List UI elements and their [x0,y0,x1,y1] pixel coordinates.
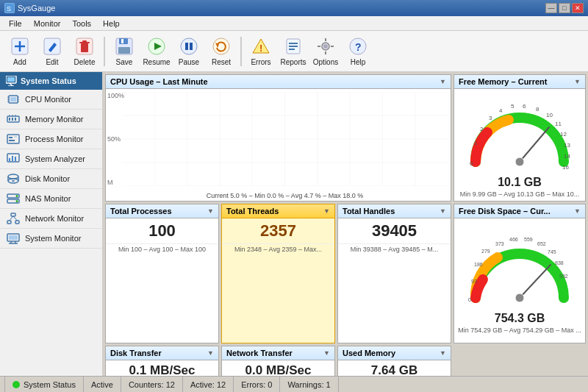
sidebar-item-disk[interactable]: Disk Monitor [0,169,102,189]
free-disk-panel: Free Disk Space – Cur... ▼ [453,204,586,343]
total-threads-arrow[interactable]: ▼ [323,207,330,215]
sidebar-item-process[interactable]: Process Monitor [0,129,102,149]
errors-button[interactable]: ! Errors [245,34,276,68]
status-system-status: System Status [4,377,84,392]
svg-text:14: 14 [564,153,570,160]
svg-rect-62 [15,157,16,161]
svg-point-17 [181,38,197,54]
free-memory-gauge-svg: 0 1 2 3 4 5 6 8 10 11 12 13 14 16 [461,92,578,173]
svg-rect-60 [9,158,10,161]
edit-button[interactable]: Edit [37,34,68,68]
svg-rect-57 [9,140,15,141]
svg-point-70 [16,195,18,197]
cpu-chart-status: Current 5.0 % – Min 0.0 % – Avg 4.7 % – … [122,192,448,199]
reports-icon [283,36,304,57]
svg-rect-27 [289,49,295,50]
resume-button[interactable]: Resume [141,34,172,68]
total-handles-arrow[interactable]: ▼ [440,207,446,215]
cpu-panel-header: CPU Usage – Last Minute ▼ [106,75,451,89]
sidebar-item-cpu[interactable]: CPU Monitor [0,90,102,110]
used-memory-arrow[interactable]: ▼ [440,349,446,357]
svg-text:6: 6 [523,103,526,110]
network-transfer-header: Network Transfer ▼ [222,346,334,360]
stats-row-2: Disk Transfer ▼ 0.1 MB/Sec Min 0.0 MB/Se… [105,346,451,376]
svg-rect-74 [15,221,19,224]
free-disk-value: 754.3 GB [495,312,545,325]
options-icon [315,36,336,57]
status-active: Active [84,377,121,392]
total-processes-value: 100 [106,218,218,242]
svg-rect-55 [7,135,19,143]
system-status-icon [6,76,18,86]
sidebar: System Status CPU Monitor Memory Monitor… [0,72,103,376]
svg-line-75 [10,216,14,221]
add-button[interactable]: Add [4,34,35,68]
menu-file[interactable]: File [3,18,28,29]
reset-button[interactable]: Reset [206,34,237,68]
svg-text:12: 12 [560,131,567,138]
network-transfer-arrow[interactable]: ▼ [323,349,330,357]
sidebar-disk-label: Disk Monitor [25,174,70,183]
help-button[interactable]: ? Help [343,34,373,68]
sidebar-item-system[interactable]: System Monitor [0,229,102,249]
svg-rect-37 [7,77,15,82]
sidebar-item-memory[interactable]: Memory Monitor [0,110,102,129]
sidebar-item-network[interactable]: Network Monitor [0,209,102,229]
sidebar-system-label: System Monitor [25,234,81,243]
save-icon [114,36,135,57]
svg-text:0: 0 [470,160,473,167]
save-button[interactable]: Save [109,34,140,68]
total-processes-limits: Min 100 – Avg 100 – Max 100 [106,243,218,256]
status-errors: Errors: 0 [234,377,280,392]
reports-button[interactable]: Reports [278,34,309,68]
svg-rect-50 [12,118,13,121]
menu-tools[interactable]: Tools [66,18,97,29]
free-memory-limits: Min 9.99 GB – Avg 10.13 GB – Max 10... [460,190,579,198]
delete-button[interactable]: Delete [69,34,100,68]
svg-text:11: 11 [555,121,562,127]
sidebar-header-label: System Status [21,76,76,85]
used-memory-title: Used Memory [343,349,395,357]
free-disk-header: Free Disk Space – Cur... ▼ [454,204,585,218]
svg-text:186: 186 [474,262,483,267]
free-disk-arrow[interactable]: ▼ [574,207,581,215]
menu-help[interactable]: Help [97,18,126,29]
svg-rect-73 [7,221,11,224]
free-memory-value: 10.1 GB [498,176,542,189]
free-memory-panel: Free Memory – Current ▼ [453,74,586,202]
reset-icon [211,36,232,57]
cpu-chart-svg [122,92,448,186]
sidebar-memory-label: Memory Monitor [25,115,83,124]
svg-line-76 [13,216,18,221]
free-disk-title: Free Disk Space – Cur... [459,207,551,215]
disk-transfer-arrow[interactable]: ▼ [207,349,214,357]
svg-point-20 [213,38,229,54]
sidebar-item-analyzer[interactable]: System Analyzer [0,149,102,169]
disk-transfer-value: 0.1 MB/Sec [106,360,218,376]
options-button[interactable]: Options [310,34,341,68]
cpu-panel-arrow[interactable]: ▼ [440,78,446,85]
svg-text:16: 16 [562,164,569,171]
sidebar-item-nas[interactable]: NAS Monitor [0,189,102,209]
network-transfer-panel: Network Transfer ▼ 0.0 MB/Sec Min 0.0 MB… [221,346,335,376]
total-handles-value: 39405 [338,218,451,242]
memory-icon [6,113,21,125]
total-handles-header: Total Handles ▼ [338,204,451,218]
svg-point-98 [515,157,524,166]
maximize-button[interactable]: □ [559,3,570,13]
cpu-chart-area: 100% 50% M [106,89,451,201]
svg-rect-14 [118,47,130,54]
free-memory-arrow[interactable]: ▼ [574,78,581,85]
total-threads-title: Total Threads [226,207,279,215]
status-counters-label: Counters: 12 [129,380,175,389]
pause-button[interactable]: Pause [173,34,204,68]
svg-text:1: 1 [474,140,478,146]
close-button[interactable]: ✕ [572,3,584,13]
svg-text:8: 8 [536,106,539,113]
total-handles-limits: Min 39388 – Avg 39485 – M... [338,243,451,256]
nas-icon [6,193,21,204]
svg-text:466: 466 [509,237,518,242]
minimize-button[interactable]: — [545,3,557,13]
menu-monitor[interactable]: Monitor [28,18,67,29]
total-processes-arrow[interactable]: ▼ [207,207,214,215]
